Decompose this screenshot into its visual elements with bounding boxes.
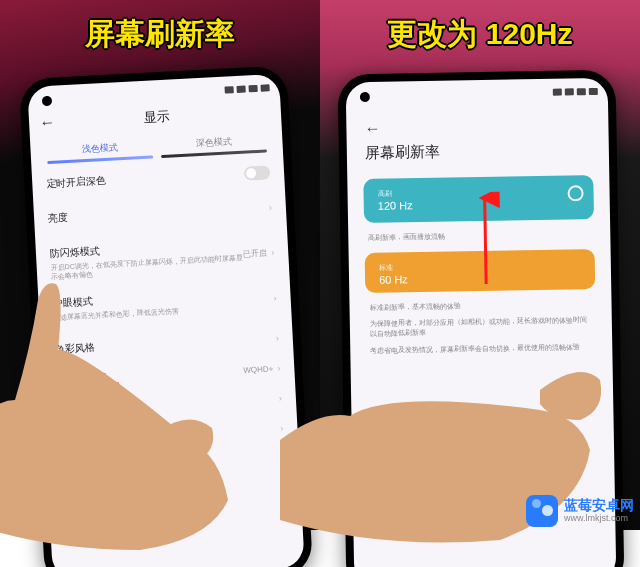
right-panel: 更改为 120Hz ← 屏幕刷新率 高刷 120 Hz [320, 0, 640, 530]
red-arrow-up-icon [470, 192, 502, 289]
tab-light-mode[interactable]: 浅色模式 [46, 136, 153, 167]
watermark-url: www.lmkjst.com [564, 514, 634, 524]
chevron-right-icon: › [269, 202, 273, 212]
chevron-right-icon: › [275, 333, 279, 343]
left-phone-frame: ← 显示 浅色模式 深色模式 定时开启深色 亮度 › [19, 65, 313, 567]
left-overlay-title: 屏幕刷新率 [0, 14, 320, 55]
back-icon[interactable]: ← [364, 120, 380, 137]
highlight-refresh-rate [53, 383, 120, 410]
right-screen: ← 屏幕刷新率 高刷 120 Hz 高刷新率，画面播放流畅 标准 60 Hz 标… [346, 78, 617, 567]
left-panel: 屏幕刷新率 ← 显示 浅色模式 深色模式 [0, 0, 320, 530]
right-overlay-title: 更改为 120Hz [320, 14, 640, 55]
page-title: 屏幕刷新率 [365, 140, 591, 163]
chevron-right-icon: › [277, 363, 281, 373]
chevron-right-icon: › [280, 423, 284, 433]
watermark: 蓝莓安卓网 www.lmkjst.com [526, 495, 634, 527]
chevron-right-icon: › [271, 247, 275, 257]
watermark-name: 蓝莓安卓网 [564, 498, 634, 513]
svg-line-1 [485, 198, 487, 284]
refresh-header: ← 屏幕刷新率 [346, 100, 609, 172]
watermark-logo-icon [526, 495, 558, 527]
status-icons [224, 84, 269, 93]
tab-dark-mode[interactable]: 深色模式 [160, 131, 267, 162]
chevron-right-icon: › [273, 293, 277, 303]
chevron-right-icon: › [283, 469, 287, 479]
svg-line-0 [124, 401, 155, 504]
status-icons [553, 87, 598, 95]
left-screen: ← 显示 浅色模式 深色模式 定时开启深色 亮度 › [27, 74, 305, 567]
bullet-2: 考虑省电及发热情况，屏幕刷新率会自动切换，最优使用的流畅体验 [350, 337, 612, 358]
right-phone-frame: ← 屏幕刷新率 高刷 120 Hz 高刷新率，画面播放流畅 标准 60 Hz 标… [337, 70, 624, 567]
toggle-schedule-dark[interactable] [244, 165, 271, 180]
chevron-right-icon: › [279, 393, 283, 403]
red-arrow-icon [120, 396, 176, 508]
